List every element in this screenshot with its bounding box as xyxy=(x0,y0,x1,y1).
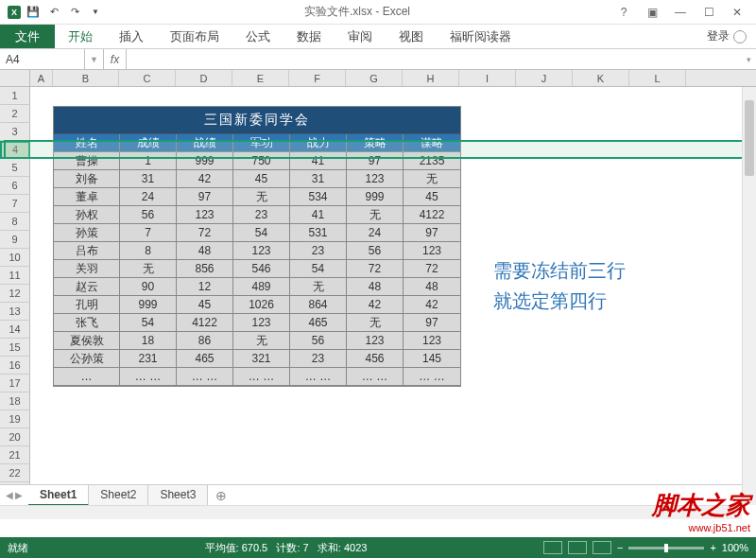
row-header-21[interactable]: 21 xyxy=(0,446,30,464)
table-cell[interactable]: 刘备 xyxy=(54,170,120,188)
tab-页面布局[interactable]: 页面布局 xyxy=(157,25,232,48)
table-cell[interactable]: 孙策 xyxy=(54,224,120,242)
table-cell[interactable]: 无 xyxy=(120,260,177,278)
table-cell[interactable]: 7 xyxy=(120,224,177,242)
table-cell[interactable]: … … xyxy=(404,368,460,386)
row-header-2[interactable]: 2 xyxy=(0,105,30,123)
row-header-17[interactable]: 17 xyxy=(0,375,30,392)
col-header-J[interactable]: J xyxy=(516,70,573,86)
zoom-out-icon[interactable]: − xyxy=(617,542,623,553)
table-cell[interactable]: 97 xyxy=(347,152,404,170)
row-header-7[interactable]: 7 xyxy=(0,195,30,213)
table-cell[interactable]: 231 xyxy=(120,350,177,368)
formula-input[interactable] xyxy=(127,49,741,69)
redo-icon[interactable]: ↷ xyxy=(66,4,83,21)
col-header-A[interactable]: A xyxy=(30,70,53,86)
row-header-18[interactable]: 18 xyxy=(0,392,30,410)
table-cell[interactable]: 48 xyxy=(347,278,404,296)
table-cell[interactable]: 999 xyxy=(177,152,233,170)
table-cell[interactable]: 45 xyxy=(233,170,290,188)
table-cell[interactable]: 23 xyxy=(233,206,290,224)
table-cell[interactable]: 465 xyxy=(177,350,233,368)
table-cell[interactable]: 123 xyxy=(233,314,290,332)
table-cell[interactable]: 无 xyxy=(347,314,404,332)
table-cell[interactable]: 12 xyxy=(177,278,233,296)
row-header-13[interactable]: 13 xyxy=(0,303,30,321)
row-header-10[interactable]: 10 xyxy=(0,249,30,267)
table-cell[interactable]: 夏侯敦 xyxy=(54,332,120,350)
table-cell[interactable]: 72 xyxy=(177,224,233,242)
cell-grid[interactable]: 三国新委同学会 姓名成绩战绩军功战力策略谋略曹操199975041972135刘… xyxy=(30,87,742,505)
col-header-I[interactable]: I xyxy=(459,70,516,86)
col-header-F[interactable]: F xyxy=(289,70,346,86)
add-sheet-icon[interactable]: ⊕ xyxy=(208,488,234,503)
table-cell[interactable]: 1026 xyxy=(233,296,290,314)
table-cell[interactable]: 546 xyxy=(233,260,290,278)
table-cell[interactable]: 吕布 xyxy=(54,242,120,260)
row-header-9[interactable]: 9 xyxy=(0,231,30,249)
minimize-icon[interactable]: — xyxy=(667,2,694,23)
table-cell[interactable]: 42 xyxy=(347,296,404,314)
table-cell[interactable]: … xyxy=(54,368,120,386)
table-cell[interactable]: 31 xyxy=(120,170,177,188)
view-break-icon[interactable] xyxy=(593,541,611,554)
table-cell[interactable]: 23 xyxy=(290,350,347,368)
col-header-D[interactable]: D xyxy=(176,70,232,86)
sheet-tab-Sheet3[interactable]: Sheet3 xyxy=(148,485,208,506)
col-header-K[interactable]: K xyxy=(573,70,629,86)
tab-视图[interactable]: 视图 xyxy=(386,25,437,48)
table-cell[interactable]: 123 xyxy=(177,206,233,224)
table-cell[interactable]: 4122 xyxy=(404,206,460,224)
col-header-C[interactable]: C xyxy=(119,70,176,86)
row-header-20[interactable]: 20 xyxy=(0,428,30,446)
sheet-tab-Sheet2[interactable]: Sheet2 xyxy=(89,485,148,506)
col-header-G[interactable]: G xyxy=(346,70,403,86)
table-cell[interactable]: 56 xyxy=(347,242,404,260)
table-cell[interactable]: 23 xyxy=(290,242,347,260)
table-cell[interactable]: 41 xyxy=(290,152,347,170)
table-cell[interactable]: 999 xyxy=(120,296,177,314)
table-cell[interactable]: 456 xyxy=(347,350,404,368)
view-layout-icon[interactable] xyxy=(568,541,587,554)
tab-公式[interactable]: 公式 xyxy=(232,25,284,48)
tab-插入[interactable]: 插入 xyxy=(106,25,157,48)
table-cell[interactable]: 489 xyxy=(233,278,290,296)
table-cell[interactable]: 97 xyxy=(177,188,233,206)
row-header-5[interactable]: 5 xyxy=(0,159,30,177)
select-all-corner[interactable] xyxy=(0,70,30,86)
table-cell[interactable]: 孔明 xyxy=(54,296,120,314)
undo-icon[interactable]: ↶ xyxy=(45,4,62,21)
row-header-11[interactable]: 11 xyxy=(0,267,30,285)
table-cell[interactable]: 97 xyxy=(404,314,460,332)
row-header-1[interactable]: 1 xyxy=(0,87,30,105)
table-cell[interactable]: 45 xyxy=(404,188,460,206)
table-cell[interactable]: 72 xyxy=(404,260,460,278)
sheet-nav-last-icon[interactable]: ▶ xyxy=(15,490,23,500)
table-cell[interactable]: 4122 xyxy=(177,314,233,332)
table-cell[interactable]: … … xyxy=(120,368,177,386)
user-avatar-icon[interactable] xyxy=(733,30,747,44)
table-cell[interactable]: 465 xyxy=(290,314,347,332)
table-cell[interactable]: 2135 xyxy=(404,152,460,170)
help-icon[interactable]: ? xyxy=(610,2,637,23)
col-header-B[interactable]: B xyxy=(53,70,119,86)
table-cell[interactable]: 48 xyxy=(177,242,233,260)
table-cell[interactable]: 孙权 xyxy=(54,206,120,224)
table-cell[interactable]: 41 xyxy=(290,206,347,224)
table-cell[interactable]: 90 xyxy=(120,278,177,296)
table-cell[interactable]: 999 xyxy=(347,188,404,206)
table-cell[interactable]: … … xyxy=(233,368,290,386)
row-header-22[interactable]: 22 xyxy=(0,464,30,482)
view-normal-icon[interactable] xyxy=(543,541,562,554)
table-cell[interactable]: 董卓 xyxy=(54,188,120,206)
row-header-6[interactable]: 6 xyxy=(0,177,30,195)
table-cell[interactable]: 321 xyxy=(233,350,290,368)
row-header-14[interactable]: 14 xyxy=(0,321,30,339)
table-cell[interactable]: 24 xyxy=(120,188,177,206)
table-cell[interactable]: 56 xyxy=(120,206,177,224)
table-cell[interactable]: 750 xyxy=(233,152,290,170)
col-header-E[interactable]: E xyxy=(232,70,289,86)
zoom-slider[interactable] xyxy=(628,547,704,549)
table-cell[interactable]: 18 xyxy=(120,332,177,350)
table-cell[interactable]: 72 xyxy=(347,260,404,278)
